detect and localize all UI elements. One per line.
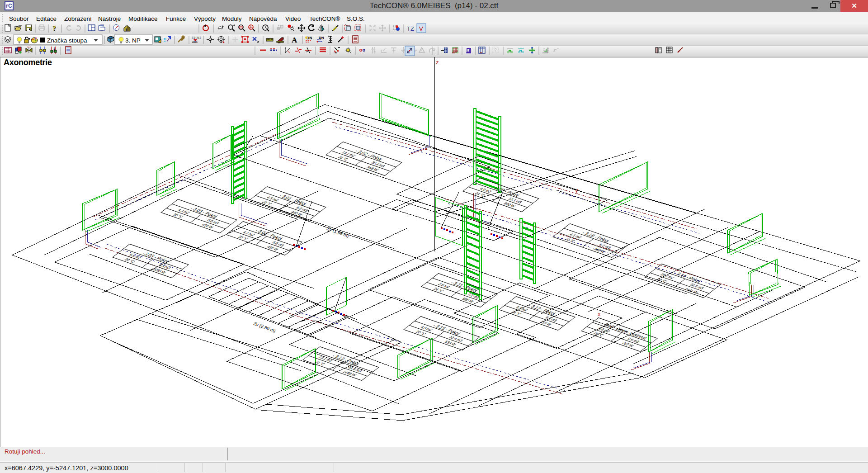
svg-text:- 3.03 - Pokoj: - 3.03 - Pokoj — [141, 251, 170, 264]
svg-text:- 3.12 - Pokoj: - 3.12 - Pokoj — [527, 303, 557, 316]
svg-text:- 3.04 - Pokoj: - 3.04 - Pokoj — [254, 228, 284, 241]
svg-text:315 W: 315 W — [539, 320, 553, 326]
svg-text:Zv (2.80 m): Zv (2.80 m) — [253, 321, 276, 334]
svg-text:- 3.02 - Pokoj: - 3.02 - Pokoj — [354, 149, 384, 161]
svg-text:958 W: 958 W — [366, 166, 380, 172]
svg-text:x: x — [598, 311, 601, 317]
svg-text:- 3.14 - Pokoj: - 3.14 - Pokoj — [673, 271, 703, 284]
svg-text:535 W: 535 W — [443, 340, 458, 346]
svg-text:- 3.05 - Pokoj: - 3.05 - Pokoj — [189, 206, 219, 219]
svg-text:880 W: 880 W — [461, 297, 475, 303]
svg-text:450 W: 450 W — [201, 223, 215, 229]
svg-text:- 3.15 - Pokoj: - 3.15 - Pokoj — [432, 323, 462, 336]
svg-text:387 W: 387 W — [621, 341, 635, 348]
svg-text:Zv (1.98 m): Zv (1.98 m) — [326, 226, 349, 239]
svg-text:z: z — [436, 59, 439, 66]
svg-text:800 W: 800 W — [503, 202, 517, 208]
svg-text:430 W: 430 W — [266, 245, 280, 251]
svg-text:- 3.01 - Pokoj: - 3.01 - Pokoj — [278, 194, 308, 206]
svg-text:- 3.18 - Pokoj: - 3.18 - Pokoj — [581, 231, 611, 243]
